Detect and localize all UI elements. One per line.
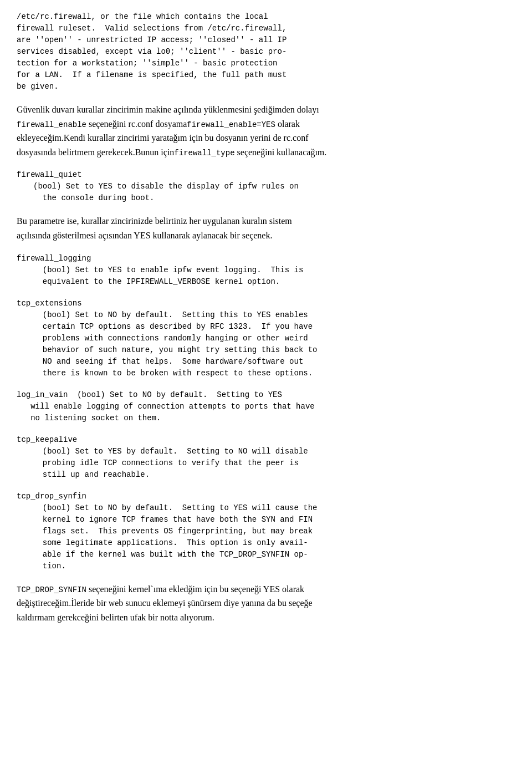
param-firewall-logging: firewall_logging (bool) Set to YES to en… — [17, 253, 515, 288]
block1-monospace: /etc/rc.firewall, or the file which cont… — [17, 11, 515, 93]
block4-line2: değiştireceğim.İleride bir web sunucu ek… — [17, 596, 515, 610]
block3-line1: Bu parametre ise, kurallar zincirinizde … — [17, 214, 515, 228]
param-firewall-logging-name: firewall_logging — [17, 253, 515, 264]
block4-line3: kaldırmam gerekceğini belirten ufak bir … — [17, 610, 515, 625]
block2-line3: ekleyeceğim.Kendi kurallar zincirimi yar… — [17, 131, 515, 145]
param-firewall-quiet: firewall_quiet (bool) Set to YES to disa… — [17, 169, 515, 204]
param-firewall-logging-desc: (bool) Set to YES to enable ipfw event l… — [33, 264, 515, 288]
intro-text: /etc/rc.firewall, or the file which cont… — [17, 11, 515, 93]
param-log-in-vain-block: log_in_vain (bool) Set to NO by default.… — [17, 389, 515, 424]
param-tcp-extensions: tcp_extensions (bool) Set to NO by defau… — [17, 298, 515, 379]
param-tcp-extensions-name: tcp_extensions — [17, 298, 515, 309]
param-firewall-quiet-name: firewall_quiet — [17, 169, 515, 181]
block3-parametre: Bu parametre ise, kurallar zincirinizde … — [17, 214, 515, 242]
param-log-in-vain: log_in_vain (bool) Set to NO by default.… — [17, 389, 515, 424]
block4-tcp-drop-conclusion: TCP_DROP_SYNFIN seçeneğini kernel`ıma ek… — [17, 582, 515, 625]
param-tcp-keepalive-name: tcp_keepalive — [17, 434, 515, 446]
param-tcp-extensions-desc: (bool) Set to NO by default. Setting thi… — [33, 309, 515, 379]
param-firewall-quiet-desc: (bool) Set to YES to disable the display… — [33, 181, 515, 204]
block2-line2: firewall_enable seçeneğini rc.conf dosya… — [17, 117, 515, 131]
block2-line4: dosyasında belirtmem gerekecek.Bunun içi… — [17, 145, 515, 160]
param-tcp-drop-synfin: tcp_drop_synfin (bool) Set to NO by defa… — [17, 491, 515, 572]
block4-line1: TCP_DROP_SYNFIN seçeneğini kernel`ıma ek… — [17, 582, 515, 597]
firewall-enable-yes-mono: firewall_enable=YES — [187, 120, 275, 129]
tcp-drop-synfin-mono: TCP_DROP_SYNFIN — [17, 585, 86, 594]
block2-line1: Güvenlik duvarı kurallar zincirimin maki… — [17, 103, 515, 117]
block3-line2: açılısında gösterilmesi açısından YES ku… — [17, 228, 515, 243]
firewall-enable-mono: firewall_enable — [17, 120, 86, 129]
param-tcp-drop-synfin-desc: (bool) Set to NO by default. Setting to … — [33, 502, 515, 572]
block2-firewall-enable: Güvenlik duvarı kurallar zincirimin maki… — [17, 103, 515, 159]
param-tcp-keepalive: tcp_keepalive (bool) Set to YES by defau… — [17, 434, 515, 481]
param-tcp-drop-synfin-name: tcp_drop_synfin — [17, 491, 515, 502]
firewall-type-mono: firewall_type — [174, 149, 234, 157]
param-tcp-keepalive-desc: (bool) Set to YES by default. Setting to… — [33, 446, 515, 481]
